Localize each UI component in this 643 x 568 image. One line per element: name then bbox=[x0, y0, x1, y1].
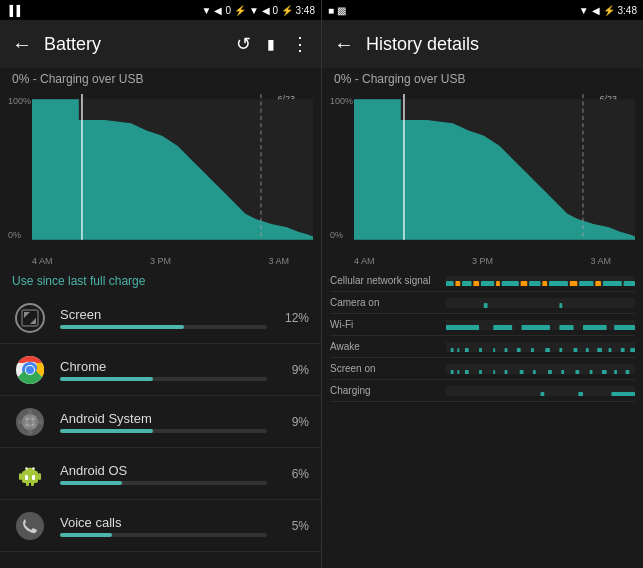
more-options-button[interactable]: ⋮ bbox=[287, 29, 313, 59]
svg-rect-69 bbox=[465, 370, 469, 374]
svg-rect-38 bbox=[570, 281, 578, 286]
right-chart-area: 100% 0% 6/23 bbox=[330, 94, 635, 254]
android-system-bar-fill bbox=[60, 429, 153, 433]
svg-rect-83 bbox=[578, 392, 583, 396]
left-chart-y-bottom: 0% bbox=[8, 230, 21, 240]
svg-rect-70 bbox=[479, 370, 482, 374]
right-panel: ■ ▩ ▼ ◀ ⚡ 3:48 ← History details 0% - Ch… bbox=[321, 0, 643, 568]
voice-calls-icon bbox=[12, 508, 48, 544]
right-x-label-3am: 3 AM bbox=[590, 256, 611, 266]
camera-bar bbox=[446, 298, 635, 308]
svg-rect-74 bbox=[533, 370, 536, 374]
svg-rect-58 bbox=[531, 348, 534, 352]
right-x-label-3pm: 3 PM bbox=[472, 256, 493, 266]
svg-rect-75 bbox=[548, 370, 552, 374]
svg-rect-82 bbox=[541, 392, 545, 396]
app-item-screen[interactable]: Screen 12% bbox=[0, 292, 321, 344]
back-button[interactable]: ← bbox=[8, 29, 36, 60]
right-wifi-icon: ▼ bbox=[579, 5, 589, 16]
svg-rect-19 bbox=[19, 473, 22, 480]
app-item-voice-calls[interactable]: Voice calls 5% bbox=[0, 500, 321, 552]
svg-rect-37 bbox=[549, 281, 568, 286]
app-item-android-system[interactable]: Android System 9% bbox=[0, 396, 321, 448]
awake-bar bbox=[446, 342, 635, 352]
svg-rect-66 bbox=[630, 348, 635, 352]
awake-label: Awake bbox=[330, 341, 440, 352]
right-page-title: History details bbox=[366, 34, 635, 55]
left-chart-area: 100% 0% 6/23 bbox=[8, 94, 313, 254]
right-status-left-icons: ■ ▩ bbox=[328, 5, 346, 16]
svg-rect-29 bbox=[462, 281, 471, 286]
android-os-bar-bg bbox=[60, 481, 267, 485]
app-item-chrome[interactable]: Chrome 9% bbox=[0, 344, 321, 396]
cellular-bar bbox=[446, 276, 635, 286]
svg-rect-47 bbox=[522, 325, 550, 330]
pause-icon: ■ bbox=[328, 5, 334, 16]
history-row-charging: Charging bbox=[330, 380, 635, 402]
signal-icon: ▐▐ bbox=[6, 5, 20, 16]
time-display: ▼ ◀ 0 ⚡ 3:48 bbox=[249, 5, 315, 16]
screen-bar-bg bbox=[60, 325, 267, 329]
screen-icon bbox=[12, 300, 48, 336]
charging-label: Charging bbox=[330, 385, 440, 396]
x-label-3pm: 3 PM bbox=[150, 256, 171, 266]
right-back-button[interactable]: ← bbox=[330, 29, 358, 60]
screen-percent: 12% bbox=[279, 311, 309, 325]
svg-point-18 bbox=[32, 467, 34, 469]
left-panel: ▐▐ ▼ ◀ 0 ⚡ ▼ ◀ 0 ⚡ 3:48 ← Battery ↺ ▮ ⋮ … bbox=[0, 0, 321, 568]
wifi-bar bbox=[446, 320, 635, 330]
svg-rect-20 bbox=[38, 473, 41, 480]
left-subtitle: 0% - Charging over USB bbox=[0, 68, 321, 90]
android-os-name: Android OS bbox=[60, 463, 267, 478]
svg-rect-61 bbox=[574, 348, 578, 352]
svg-rect-44 bbox=[559, 303, 562, 308]
svg-rect-51 bbox=[451, 348, 454, 352]
right-subtitle: 0% - Charging over USB bbox=[322, 68, 643, 90]
chrome-icon bbox=[12, 352, 48, 388]
svg-rect-27 bbox=[446, 281, 454, 286]
left-chart-y-top: 100% bbox=[8, 96, 31, 106]
svg-rect-72 bbox=[505, 370, 508, 374]
app-list[interactable]: Screen 12% bbox=[0, 292, 321, 568]
voice-calls-name: Voice calls bbox=[60, 515, 267, 530]
right-chart-container: 100% 0% 6/23 4 AM 3 PM 3 AM bbox=[322, 90, 643, 268]
voice-calls-percent: 5% bbox=[279, 519, 309, 533]
android-system-info: Android System bbox=[60, 411, 267, 433]
svg-rect-16 bbox=[32, 475, 35, 480]
android-system-icon bbox=[12, 404, 48, 440]
svg-rect-81 bbox=[626, 370, 630, 374]
x-label-3am: 3 AM bbox=[268, 256, 289, 266]
svg-rect-49 bbox=[583, 325, 607, 330]
svg-rect-39 bbox=[579, 281, 593, 286]
svg-rect-80 bbox=[614, 370, 617, 374]
chrome-app-info: Chrome bbox=[60, 359, 267, 381]
svg-point-23 bbox=[16, 512, 44, 540]
svg-rect-41 bbox=[603, 281, 622, 286]
svg-rect-32 bbox=[496, 281, 500, 286]
right-status-right-icons: ▼ ◀ ⚡ 3:48 bbox=[579, 5, 637, 16]
chrome-bar-fill bbox=[60, 377, 153, 381]
right-chart-y-top: 100% bbox=[330, 96, 353, 106]
refresh-button[interactable]: ↺ bbox=[232, 29, 255, 59]
svg-rect-55 bbox=[493, 348, 495, 352]
android-os-bar-fill bbox=[60, 481, 122, 485]
android-os-info: Android OS bbox=[60, 463, 267, 485]
android-system-percent: 9% bbox=[279, 415, 309, 429]
history-row-awake: Awake bbox=[330, 336, 635, 358]
history-row-camera: Camera on bbox=[330, 292, 635, 314]
svg-point-17 bbox=[25, 467, 27, 469]
android-os-icon bbox=[12, 456, 48, 492]
chrome-bar-bg bbox=[60, 377, 267, 381]
screen-on-bar bbox=[446, 364, 635, 374]
app-item-android-os[interactable]: Android OS 6% bbox=[0, 448, 321, 500]
battery-icon-button[interactable]: ▮ bbox=[263, 32, 279, 56]
charging-bar bbox=[446, 386, 635, 396]
left-battery-chart bbox=[32, 94, 313, 240]
left-status-bar: ▐▐ ▼ ◀ 0 ⚡ ▼ ◀ 0 ⚡ 3:48 bbox=[0, 0, 321, 20]
battery-level-text: 0 bbox=[225, 5, 231, 16]
svg-rect-77 bbox=[575, 370, 579, 374]
voice-calls-bar-bg bbox=[60, 533, 267, 537]
left-status-icons: ▐▐ bbox=[6, 5, 20, 16]
toolbar-actions: ↺ ▮ ⋮ bbox=[232, 29, 313, 59]
svg-rect-22 bbox=[31, 482, 34, 486]
